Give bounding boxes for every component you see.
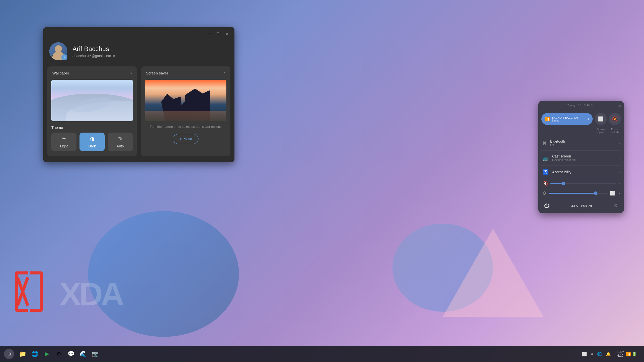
wifi-status-icon: 📶 (626, 352, 631, 356)
clock-time: 4:12 (617, 354, 623, 357)
theme-auto-button[interactable]: ✎ Auto (108, 133, 133, 151)
dark-theme-icon: ◑ (90, 136, 95, 142)
taskbar-app-camera[interactable]: 📷 (90, 348, 101, 359)
accessibility-label: Accessibility (552, 170, 615, 174)
bluetooth-row[interactable]: ✖ Bluetooth Off › (538, 136, 624, 150)
user-section: ✎ Arif Bacchus abacchus16@gmail.com ⧉ (43, 40, 234, 66)
system-tray: ⬜ ✏ 🌐 🔔 (581, 351, 612, 357)
wallpaper-dunes-image (51, 80, 133, 121)
screensaver-header[interactable]: Screen saver › (141, 66, 230, 80)
launcher-icon: ⊙ (7, 351, 11, 357)
taskbar-right: ⬜ ✏ 🌐 🔔 Feb 2 4:12 📶 🔋 (581, 349, 640, 359)
qs-bottom-row: ⏻ 43% · 1:58 left ⚙ (538, 198, 624, 213)
expand-icon[interactable]: ⊞ (618, 104, 621, 108)
theme-auto-label: Auto (117, 144, 124, 148)
brightness-icon: ⚙ (542, 190, 546, 196)
taskbar-app-edge[interactable]: 🌊 (77, 348, 89, 359)
xda-logo: XDA (15, 271, 122, 317)
screen-capture-label: Screen capture (595, 128, 607, 134)
avatar-container: ✎ (49, 42, 67, 60)
cast-label: Cast screen (552, 154, 615, 158)
light-theme-icon: ☀ (61, 136, 66, 142)
wallpaper-preview[interactable] (51, 80, 133, 121)
tray-icon-2[interactable]: 🌐 (596, 351, 603, 357)
cast-info: Cast screen Devices available (552, 154, 615, 162)
taskbar-app-chrome[interactable]: 🌐 (29, 348, 40, 359)
external-link-icon[interactable]: ⧉ (113, 54, 115, 58)
taskbar-app-files[interactable]: 📁 (17, 348, 28, 359)
bg-triangle (443, 229, 543, 317)
screen-capture-button[interactable]: ⬜ (595, 113, 607, 125)
brightness-thumb[interactable] (594, 191, 597, 195)
quick-settings-panel: Canary 111.0.5562.0 ⊞ 📶 BACKOFFBACCHUS S… (538, 101, 624, 213)
settings-gear-button[interactable]: ⚙ (612, 202, 620, 210)
tray-icon-3[interactable]: 🔔 (605, 351, 612, 357)
settings-panels: Wallpaper › Theme ☀ Light (43, 66, 234, 162)
taskbar-status-area[interactable]: Feb 2 4:12 📶 🔋 (614, 349, 640, 359)
window-titlebar: — □ ✕ (43, 27, 234, 40)
screensaver-description: Turn the feature on to select screen sav… (141, 121, 230, 132)
do-not-disturb-button[interactable]: 🔕 (609, 113, 621, 125)
edge-icon: 🌊 (80, 351, 87, 357)
bluetooth-info: Bluetooth Off (550, 139, 615, 147)
settings-window: — □ ✕ ✎ Arif Bacchus abacchus16@gmail.co… (43, 27, 234, 162)
files-icon: 📁 (19, 350, 26, 357)
bluetooth-arrow-icon: › (619, 141, 620, 145)
power-button[interactable]: ⏻ (542, 201, 551, 210)
screensaver-label: Screen saver (146, 71, 168, 75)
brightness-expand-icon[interactable]: ⬜ (610, 191, 615, 196)
user-name: Arif Bacchus (72, 45, 115, 53)
theme-dark-button[interactable]: ◑ Dark (79, 133, 105, 151)
cast-screen-row[interactable]: 📺 Cast screen Devices available › (538, 151, 624, 165)
wallpaper-label: Wallpaper (52, 71, 69, 75)
wallpaper-header[interactable]: Wallpaper › (47, 66, 137, 80)
accessibility-row[interactable]: ♿ Accessibility › (538, 166, 624, 179)
playstore-icon: ▶ (45, 351, 49, 357)
nightlight-icon[interactable]: › (619, 191, 620, 195)
tray-icon-pen[interactable]: ✏ (589, 351, 595, 357)
minimize-button[interactable]: — (205, 30, 212, 37)
accessibility-icon: ♿ (542, 169, 549, 175)
cast-screen-icon: 📺 (542, 155, 549, 161)
tray-icon-1[interactable]: ⬜ (581, 351, 588, 357)
theme-dark-label: Dark (88, 144, 96, 148)
cast-status: Devices available (552, 158, 615, 162)
screensaver-panel: Screen saver › Turn the feature on to se… (141, 66, 230, 156)
settings-icon: ⚙ (56, 351, 61, 357)
volume-thumb[interactable] (562, 182, 565, 185)
avatar-edit-badge[interactable]: ✎ (61, 54, 67, 60)
user-email: abacchus16@gmail.com ⧉ (72, 54, 115, 58)
taskbar-left: ⊙ 📁 🌐 ▶ ⚙ 💬 🌊 📷 (4, 348, 101, 359)
turn-on-button[interactable]: Turn on (173, 134, 198, 144)
taskbar: ⊙ 📁 🌐 ▶ ⚙ 💬 🌊 📷 (0, 346, 644, 362)
volume-expand-icon[interactable]: › (619, 181, 620, 186)
wallpaper-arrow-icon: › (130, 70, 132, 76)
screensaver-sunset-image (145, 80, 226, 121)
user-info: Arif Bacchus abacchus16@gmail.com ⧉ (72, 45, 115, 58)
screensaver-arrow-icon: › (224, 70, 225, 76)
do-not-disturb-label: Do not disturb (609, 128, 621, 134)
do-not-disturb-icon: 🔕 (612, 116, 618, 122)
camera-icon: 📷 (92, 351, 99, 357)
wifi-icon: 📶 (545, 117, 550, 122)
maximize-button[interactable]: □ (214, 30, 221, 37)
brightness-fill (549, 193, 596, 194)
wifi-strength: Strong (552, 119, 586, 122)
wifi-info: BACKOFFBACCHUS Strong (552, 116, 586, 122)
volume-icon: 🔇 (542, 181, 548, 186)
wifi-arrow-icon: › (588, 117, 589, 121)
wifi-toggle[interactable]: 📶 BACKOFFBACCHUS Strong › (541, 113, 593, 125)
taskbar-app-settings[interactable]: ⚙ (53, 348, 64, 359)
slack-icon: 💬 (68, 351, 74, 357)
taskbar-app-playstore[interactable]: ▶ (41, 348, 52, 359)
close-button[interactable]: ✕ (223, 30, 230, 37)
theme-light-button[interactable]: ☀ Light (51, 133, 76, 151)
launcher-button[interactable]: ⊙ (4, 349, 14, 359)
accessibility-info: Accessibility (552, 170, 615, 174)
taskbar-app-slack[interactable]: 💬 (65, 348, 76, 359)
screensaver-preview (145, 80, 226, 121)
clock-date: Feb 2 (617, 351, 624, 354)
battery-status-icon: 🔋 (632, 352, 637, 356)
status-icons: 📶 🔋 (626, 352, 637, 356)
taskbar-apps: 📁 🌐 ▶ ⚙ 💬 🌊 📷 (17, 348, 101, 359)
